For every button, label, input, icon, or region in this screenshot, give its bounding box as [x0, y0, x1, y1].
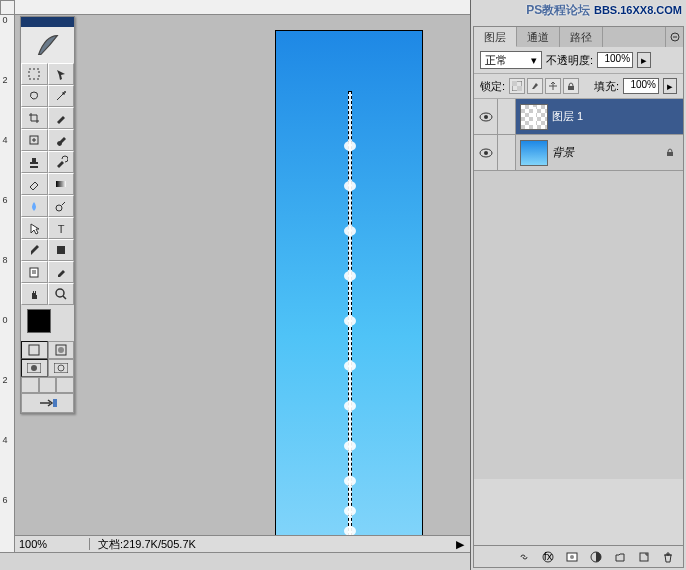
lasso-tool[interactable]	[21, 85, 48, 107]
opacity-label: 不透明度:	[546, 53, 593, 68]
doc-size: 219.7K/505.7K	[123, 538, 196, 550]
svg-point-11	[58, 347, 64, 353]
gradient-tool[interactable]	[48, 173, 75, 195]
svg-point-15	[58, 365, 64, 371]
cloud-puff	[344, 361, 356, 371]
trash-button[interactable]	[657, 548, 679, 566]
lock-label: 锁定:	[480, 79, 505, 94]
tab-通道[interactable]: 通道	[517, 27, 560, 47]
lock-paint-button[interactable]	[527, 78, 543, 94]
svg-point-13	[31, 365, 37, 371]
svg-point-8	[56, 289, 64, 297]
svg-point-30	[570, 555, 574, 559]
screen-mode-2[interactable]	[39, 377, 57, 393]
fx-button[interactable]: fx	[537, 548, 559, 566]
screen-standard-button[interactable]	[21, 359, 48, 377]
status-bar: 100% 文档:219.7K/505.7K ▶	[15, 535, 470, 552]
document-canvas[interactable]	[275, 30, 423, 540]
eraser-tool[interactable]	[21, 173, 48, 195]
fill-input[interactable]: 100%	[623, 78, 659, 94]
path-select-tool[interactable]	[21, 217, 48, 239]
layer-list[interactable]: 图层 1背景	[474, 99, 683, 479]
svg-rect-19	[512, 81, 517, 86]
type-tool[interactable]: T	[48, 217, 75, 239]
blend-mode-select[interactable]: 正常 ▾	[480, 51, 542, 69]
layer-row[interactable]: 图层 1	[474, 99, 683, 135]
new-button[interactable]	[633, 548, 655, 566]
watermark-text: PS教程论坛 BBS.16XX8.COM	[526, 2, 682, 19]
lock-position-button[interactable]	[545, 78, 561, 94]
blend-mode-value: 正常	[485, 53, 507, 68]
toolbox-panel: T	[20, 16, 75, 414]
pen-tool[interactable]	[21, 239, 48, 261]
stamp-tool[interactable]	[21, 151, 48, 173]
layer-name-label[interactable]: 图层 1	[552, 109, 683, 124]
zoom-level-input[interactable]: 100%	[15, 538, 90, 550]
layer-name-label[interactable]: 背景	[552, 145, 665, 160]
lock-row: 锁定: 填充: 100% ▸	[474, 74, 683, 99]
wand-tool[interactable]	[48, 85, 75, 107]
vertical-ruler[interactable]: 024680246	[0, 15, 15, 570]
svg-rect-0	[29, 69, 39, 79]
link-button[interactable]	[513, 548, 535, 566]
hand-tool[interactable]	[21, 283, 48, 305]
horizontal-scrollbar[interactable]	[0, 552, 470, 570]
panel-menu-button[interactable]	[665, 27, 683, 47]
blur-tool[interactable]	[21, 195, 48, 217]
layer-thumbnail[interactable]	[520, 104, 548, 130]
screen-mode-1[interactable]	[21, 377, 39, 393]
zoom-tool[interactable]	[48, 283, 75, 305]
crop-tool[interactable]	[21, 107, 48, 129]
visibility-eye-icon[interactable]	[474, 135, 498, 170]
tab-路径[interactable]: 路径	[560, 27, 603, 47]
panel-tabs: 图层通道路径	[474, 27, 683, 47]
svg-rect-3	[56, 181, 66, 187]
toolbox-titlebar[interactable]	[21, 17, 74, 27]
svg-text:fx: fx	[544, 550, 553, 562]
foreground-color-swatch[interactable]	[27, 309, 51, 333]
canvas-workspace[interactable]	[15, 15, 470, 535]
link-cell[interactable]	[498, 99, 516, 134]
lock-all-button[interactable]	[563, 78, 579, 94]
standard-mode-button[interactable]	[21, 341, 48, 359]
group-button[interactable]	[609, 548, 631, 566]
brush-tool[interactable]	[48, 129, 75, 151]
tab-图层[interactable]: 图层	[474, 27, 517, 47]
opacity-input[interactable]: 100%	[597, 52, 633, 68]
eyedropper-tool[interactable]	[48, 261, 75, 283]
layers-panel-footer: fx	[474, 545, 683, 567]
move-tool[interactable]	[48, 63, 75, 85]
shape-tool[interactable]	[48, 239, 75, 261]
opacity-arrow-button[interactable]: ▸	[637, 52, 651, 68]
marquee-tool[interactable]	[21, 63, 48, 85]
svg-rect-32	[640, 553, 648, 561]
cloud-puff	[344, 506, 356, 516]
layer-thumbnail[interactable]	[520, 140, 548, 166]
svg-point-4	[56, 205, 62, 211]
document-size-info[interactable]: 文档:219.7K/505.7K	[90, 537, 204, 552]
status-menu-arrow[interactable]: ▶	[450, 538, 470, 551]
lock-transparency-button[interactable]	[509, 78, 525, 94]
color-swatches[interactable]	[21, 305, 74, 341]
visibility-eye-icon[interactable]	[474, 99, 498, 134]
link-cell[interactable]	[498, 135, 516, 170]
quickmask-mode-button[interactable]	[48, 341, 75, 359]
screen-mode-3[interactable]	[56, 377, 74, 393]
jump-to-imageready-button[interactable]	[21, 393, 74, 413]
healing-tool[interactable]	[21, 129, 48, 151]
layer-row[interactable]: 背景	[474, 135, 683, 171]
adjust-button[interactable]	[585, 548, 607, 566]
mask-button[interactable]	[561, 548, 583, 566]
svg-rect-20	[517, 86, 522, 91]
slice-tool[interactable]	[48, 107, 75, 129]
notes-tool[interactable]	[21, 261, 48, 283]
fill-arrow-button[interactable]: ▸	[663, 78, 677, 94]
dodge-tool[interactable]	[48, 195, 75, 217]
cloud-puff	[344, 141, 356, 151]
history-brush-tool[interactable]	[48, 151, 75, 173]
svg-point-25	[484, 151, 488, 155]
screen-full-menubar-button[interactable]	[48, 359, 75, 377]
svg-point-1	[64, 91, 66, 93]
svg-rect-21	[568, 86, 574, 90]
ruler-origin[interactable]	[0, 0, 15, 15]
